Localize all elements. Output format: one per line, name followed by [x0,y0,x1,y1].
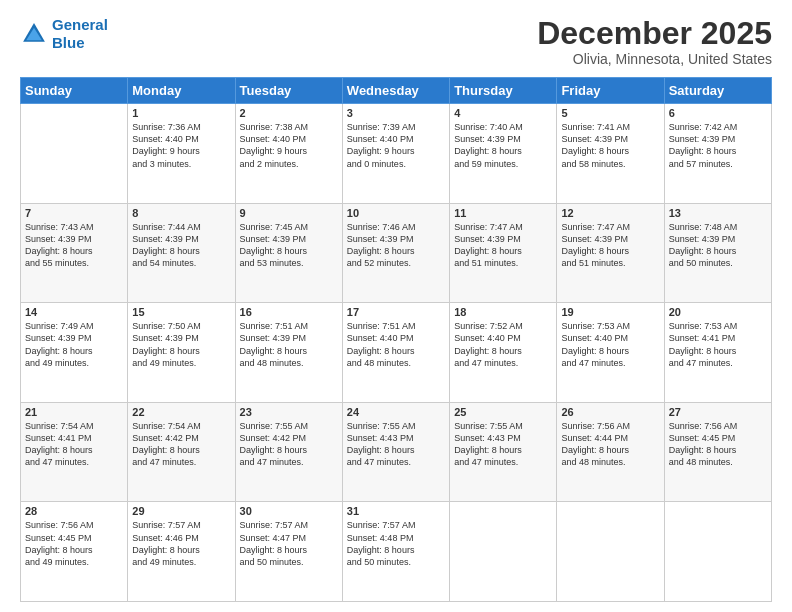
calendar-cell: 29Sunrise: 7:57 AM Sunset: 4:46 PM Dayli… [128,502,235,602]
day-number: 20 [669,306,767,318]
cell-content: Sunrise: 7:48 AM Sunset: 4:39 PM Dayligh… [669,221,767,270]
calendar-week-1: 1Sunrise: 7:36 AM Sunset: 4:40 PM Daylig… [21,104,772,204]
calendar-cell: 24Sunrise: 7:55 AM Sunset: 4:43 PM Dayli… [342,402,449,502]
calendar-week-3: 14Sunrise: 7:49 AM Sunset: 4:39 PM Dayli… [21,303,772,403]
cell-content: Sunrise: 7:51 AM Sunset: 4:39 PM Dayligh… [240,320,338,369]
calendar-cell: 3Sunrise: 7:39 AM Sunset: 4:40 PM Daylig… [342,104,449,204]
cell-content: Sunrise: 7:57 AM Sunset: 4:46 PM Dayligh… [132,519,230,568]
calendar-cell: 12Sunrise: 7:47 AM Sunset: 4:39 PM Dayli… [557,203,664,303]
calendar-cell: 28Sunrise: 7:56 AM Sunset: 4:45 PM Dayli… [21,502,128,602]
calendar-cell: 9Sunrise: 7:45 AM Sunset: 4:39 PM Daylig… [235,203,342,303]
cell-content: Sunrise: 7:51 AM Sunset: 4:40 PM Dayligh… [347,320,445,369]
logo-text: General Blue [52,16,108,52]
cell-content: Sunrise: 7:56 AM Sunset: 4:44 PM Dayligh… [561,420,659,469]
cell-content: Sunrise: 7:57 AM Sunset: 4:48 PM Dayligh… [347,519,445,568]
cell-content: Sunrise: 7:57 AM Sunset: 4:47 PM Dayligh… [240,519,338,568]
day-number: 9 [240,207,338,219]
calendar-cell: 16Sunrise: 7:51 AM Sunset: 4:39 PM Dayli… [235,303,342,403]
col-monday: Monday [128,78,235,104]
day-number: 3 [347,107,445,119]
calendar-subtitle: Olivia, Minnesota, United States [537,51,772,67]
calendar-cell: 25Sunrise: 7:55 AM Sunset: 4:43 PM Dayli… [450,402,557,502]
day-number: 5 [561,107,659,119]
cell-content: Sunrise: 7:47 AM Sunset: 4:39 PM Dayligh… [454,221,552,270]
calendar-cell: 11Sunrise: 7:47 AM Sunset: 4:39 PM Dayli… [450,203,557,303]
calendar-cell: 6Sunrise: 7:42 AM Sunset: 4:39 PM Daylig… [664,104,771,204]
cell-content: Sunrise: 7:54 AM Sunset: 4:42 PM Dayligh… [132,420,230,469]
calendar-cell: 18Sunrise: 7:52 AM Sunset: 4:40 PM Dayli… [450,303,557,403]
cell-content: Sunrise: 7:50 AM Sunset: 4:39 PM Dayligh… [132,320,230,369]
calendar-cell: 26Sunrise: 7:56 AM Sunset: 4:44 PM Dayli… [557,402,664,502]
cell-content: Sunrise: 7:53 AM Sunset: 4:40 PM Dayligh… [561,320,659,369]
logo-line1: General [52,16,108,33]
cell-content: Sunrise: 7:54 AM Sunset: 4:41 PM Dayligh… [25,420,123,469]
day-number: 14 [25,306,123,318]
day-number: 18 [454,306,552,318]
day-number: 13 [669,207,767,219]
logo-icon [20,20,48,48]
calendar-cell: 4Sunrise: 7:40 AM Sunset: 4:39 PM Daylig… [450,104,557,204]
day-number: 6 [669,107,767,119]
day-number: 4 [454,107,552,119]
cell-content: Sunrise: 7:45 AM Sunset: 4:39 PM Dayligh… [240,221,338,270]
day-number: 8 [132,207,230,219]
cell-content: Sunrise: 7:56 AM Sunset: 4:45 PM Dayligh… [25,519,123,568]
day-number: 28 [25,505,123,517]
day-number: 15 [132,306,230,318]
calendar-cell [21,104,128,204]
calendar-cell: 23Sunrise: 7:55 AM Sunset: 4:42 PM Dayli… [235,402,342,502]
calendar-cell: 1Sunrise: 7:36 AM Sunset: 4:40 PM Daylig… [128,104,235,204]
calendar-cell: 31Sunrise: 7:57 AM Sunset: 4:48 PM Dayli… [342,502,449,602]
calendar-cell: 14Sunrise: 7:49 AM Sunset: 4:39 PM Dayli… [21,303,128,403]
cell-content: Sunrise: 7:55 AM Sunset: 4:43 PM Dayligh… [454,420,552,469]
cell-content: Sunrise: 7:42 AM Sunset: 4:39 PM Dayligh… [669,121,767,170]
col-wednesday: Wednesday [342,78,449,104]
calendar-cell: 13Sunrise: 7:48 AM Sunset: 4:39 PM Dayli… [664,203,771,303]
calendar-cell: 27Sunrise: 7:56 AM Sunset: 4:45 PM Dayli… [664,402,771,502]
day-number: 26 [561,406,659,418]
col-sunday: Sunday [21,78,128,104]
day-number: 2 [240,107,338,119]
cell-content: Sunrise: 7:41 AM Sunset: 4:39 PM Dayligh… [561,121,659,170]
calendar-title: December 2025 [537,16,772,51]
day-number: 12 [561,207,659,219]
calendar-cell [664,502,771,602]
calendar-cell: 17Sunrise: 7:51 AM Sunset: 4:40 PM Dayli… [342,303,449,403]
col-thursday: Thursday [450,78,557,104]
day-number: 22 [132,406,230,418]
cell-content: Sunrise: 7:53 AM Sunset: 4:41 PM Dayligh… [669,320,767,369]
calendar-cell: 7Sunrise: 7:43 AM Sunset: 4:39 PM Daylig… [21,203,128,303]
cell-content: Sunrise: 7:49 AM Sunset: 4:39 PM Dayligh… [25,320,123,369]
cell-content: Sunrise: 7:55 AM Sunset: 4:42 PM Dayligh… [240,420,338,469]
page: General Blue December 2025 Olivia, Minne… [0,0,792,612]
calendar-cell: 22Sunrise: 7:54 AM Sunset: 4:42 PM Dayli… [128,402,235,502]
cell-content: Sunrise: 7:38 AM Sunset: 4:40 PM Dayligh… [240,121,338,170]
col-tuesday: Tuesday [235,78,342,104]
day-number: 21 [25,406,123,418]
day-number: 1 [132,107,230,119]
logo: General Blue [20,16,108,52]
calendar-cell: 10Sunrise: 7:46 AM Sunset: 4:39 PM Dayli… [342,203,449,303]
calendar-cell: 5Sunrise: 7:41 AM Sunset: 4:39 PM Daylig… [557,104,664,204]
calendar-week-2: 7Sunrise: 7:43 AM Sunset: 4:39 PM Daylig… [21,203,772,303]
day-number: 19 [561,306,659,318]
calendar-cell: 30Sunrise: 7:57 AM Sunset: 4:47 PM Dayli… [235,502,342,602]
day-number: 25 [454,406,552,418]
col-saturday: Saturday [664,78,771,104]
calendar-cell: 15Sunrise: 7:50 AM Sunset: 4:39 PM Dayli… [128,303,235,403]
day-number: 29 [132,505,230,517]
day-number: 7 [25,207,123,219]
calendar-cell: 21Sunrise: 7:54 AM Sunset: 4:41 PM Dayli… [21,402,128,502]
day-number: 16 [240,306,338,318]
cell-content: Sunrise: 7:56 AM Sunset: 4:45 PM Dayligh… [669,420,767,469]
cell-content: Sunrise: 7:44 AM Sunset: 4:39 PM Dayligh… [132,221,230,270]
logo-line2: Blue [52,34,85,51]
col-friday: Friday [557,78,664,104]
day-number: 31 [347,505,445,517]
day-number: 27 [669,406,767,418]
cell-content: Sunrise: 7:40 AM Sunset: 4:39 PM Dayligh… [454,121,552,170]
cell-content: Sunrise: 7:46 AM Sunset: 4:39 PM Dayligh… [347,221,445,270]
cell-content: Sunrise: 7:52 AM Sunset: 4:40 PM Dayligh… [454,320,552,369]
calendar-cell: 20Sunrise: 7:53 AM Sunset: 4:41 PM Dayli… [664,303,771,403]
day-number: 23 [240,406,338,418]
